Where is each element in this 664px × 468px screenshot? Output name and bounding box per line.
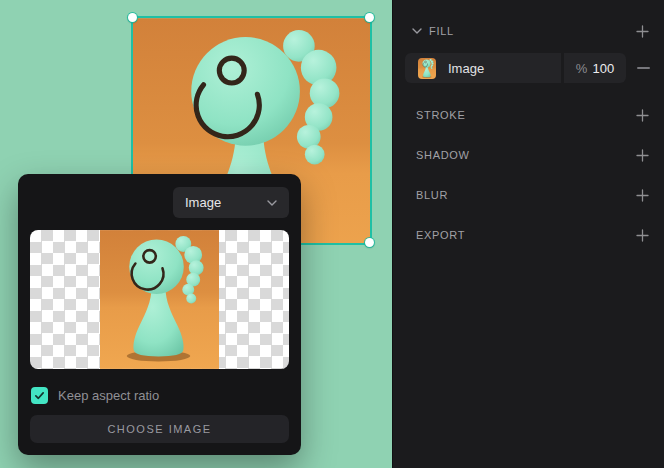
add-export-button[interactable] bbox=[634, 227, 650, 243]
check-icon bbox=[33, 389, 46, 402]
export-section-label: EXPORT bbox=[416, 229, 465, 241]
fill-opacity-value: 100 bbox=[592, 61, 614, 76]
fill-editor-popup: Image Keep aspect ratio CHOOSE IMAGE bbox=[18, 174, 301, 455]
shadow-section-header[interactable]: SHADOW bbox=[393, 146, 664, 164]
chevron-down-icon[interactable] bbox=[412, 28, 422, 34]
image-preview[interactable] bbox=[30, 230, 289, 369]
stroke-section-header[interactable]: STROKE bbox=[393, 106, 664, 124]
fill-type-value: Image bbox=[185, 195, 221, 210]
blur-section-label: BLUR bbox=[416, 189, 448, 201]
fill-section-header[interactable]: FILL bbox=[393, 22, 664, 40]
fill-opacity-field[interactable]: % 100 bbox=[564, 53, 626, 83]
remove-fill-button[interactable] bbox=[634, 59, 652, 77]
keep-aspect-ratio-label: Keep aspect ratio bbox=[58, 388, 159, 403]
add-fill-button[interactable] bbox=[634, 23, 650, 39]
add-stroke-button[interactable] bbox=[634, 107, 650, 123]
fill-item-name: Image bbox=[448, 61, 484, 76]
add-shadow-button[interactable] bbox=[634, 147, 650, 163]
percent-symbol: % bbox=[576, 61, 588, 76]
export-section-header[interactable]: EXPORT bbox=[393, 226, 664, 244]
choose-image-button[interactable]: CHOOSE IMAGE bbox=[30, 415, 289, 443]
plus-icon bbox=[636, 189, 649, 202]
resize-handle-top-right[interactable] bbox=[365, 13, 374, 22]
figure-photo-preview bbox=[100, 230, 219, 369]
fill-type-dropdown[interactable]: Image bbox=[173, 187, 289, 218]
fill-item-row: Image % 100 bbox=[405, 53, 652, 83]
stroke-section-label: STROKE bbox=[416, 109, 465, 121]
fill-thumbnail bbox=[418, 58, 436, 79]
fill-item-source[interactable]: Image bbox=[405, 53, 561, 83]
fill-section-label: FILL bbox=[429, 25, 454, 37]
resize-handle-top-left[interactable] bbox=[128, 13, 137, 22]
figure-photo-thumb bbox=[418, 58, 436, 79]
resize-handle-bottom-right[interactable] bbox=[365, 238, 374, 247]
keep-aspect-ratio-checkbox[interactable] bbox=[31, 387, 48, 404]
inspector-panel: FILL Image % 100 STROKE SHA bbox=[392, 0, 664, 468]
add-blur-button[interactable] bbox=[634, 187, 650, 203]
keep-aspect-ratio-row: Keep aspect ratio bbox=[31, 386, 159, 404]
blur-section-header[interactable]: BLUR bbox=[393, 186, 664, 204]
plus-icon bbox=[636, 109, 649, 122]
plus-icon bbox=[636, 149, 649, 162]
plus-icon bbox=[636, 25, 649, 38]
shadow-section-label: SHADOW bbox=[416, 149, 470, 161]
plus-icon bbox=[636, 229, 649, 242]
minus-icon bbox=[637, 67, 650, 69]
chevron-down-icon bbox=[267, 200, 277, 206]
